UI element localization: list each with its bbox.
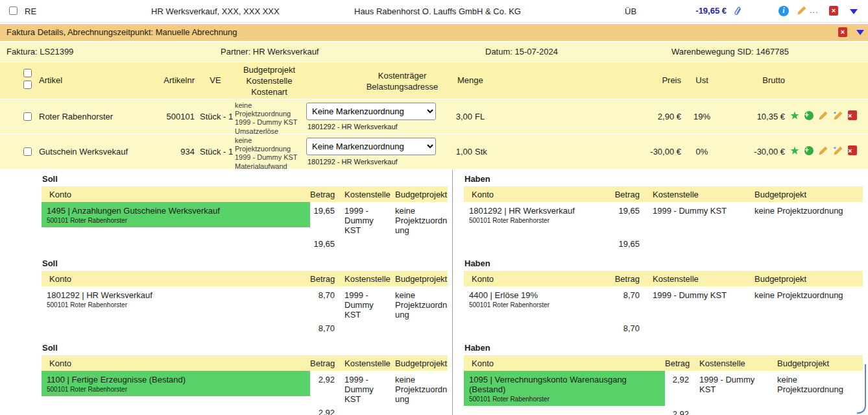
item-quantity: 1,00 (441, 147, 472, 157)
budgetprojekt-value: keine Projektzuordnung (393, 286, 448, 320)
journal-side-title: Haben (464, 170, 863, 186)
more-options-button[interactable]: ... (810, 5, 819, 15)
edit-pencil-icon[interactable] (819, 111, 828, 120)
brutto-header: Brutto (736, 75, 785, 85)
journal-header-row: Konto Betrag Kostenstelle Budgetprojekt (42, 186, 448, 202)
kostenstelle-value: 1999 - Dummy KST (649, 286, 749, 300)
add-circle-icon[interactable]: + (804, 146, 814, 155)
journal-entry-row: 1801292 | HR Werksverkauf 500101 Roter R… (464, 202, 863, 236)
item-budgetprojekt: keine Projektzuordnung (235, 136, 305, 153)
item-brand-area: Keine Markenzuordnung 1801292 - HR Werks… (306, 138, 442, 166)
ve-header: VE (200, 75, 231, 85)
delete-icon[interactable]: × (848, 145, 857, 155)
item-checkbox[interactable] (23, 147, 32, 156)
kostenstelle-header: Kostenstelle (649, 190, 749, 199)
delete-icon[interactable]: × (829, 6, 838, 16)
konto-name: 4400 | Erlöse 19% (469, 290, 608, 300)
kostenstelle-header: Kostenstelle (343, 358, 393, 368)
budgetprojekt-header: Budgetprojekt (393, 274, 448, 284)
betrag-value: 19,65 (310, 202, 343, 216)
budgetprojekt-value: keine Projektzuordnung (772, 371, 863, 394)
journal-sum-row: 19,65 (464, 236, 863, 251)
budgetprojekt-value: keine Projektzuordnung (749, 202, 863, 216)
attachment-paperclip-icon[interactable] (734, 6, 742, 19)
add-circle-icon[interactable]: + (804, 111, 814, 120)
items-table-header: Artikel Artikelnr VE Budgetprojekt Koste… (0, 62, 868, 99)
item-price: 2,90 € (636, 112, 681, 121)
konto-header: Konto (464, 190, 613, 199)
document-checkbox[interactable] (9, 6, 18, 15)
konto-header: Konto (42, 358, 310, 368)
detail-chevron-down-icon[interactable] (856, 30, 864, 35)
item-packaging-unit: Stück - 1 (200, 147, 233, 157)
betrag-header: Betrag (665, 358, 694, 368)
betrag-header: Betrag (613, 274, 649, 284)
kostenstelle-header: Kostenstelle (343, 274, 393, 284)
journal-side-title: Haben (464, 339, 863, 355)
magic-edit-icon[interactable] (833, 146, 843, 155)
journal-block-haben: Haben Konto Betrag Kostenstelle Budgetpr… (464, 170, 863, 251)
invoice-info-row: Faktura: LS21399 Partner: HR Werksverkau… (0, 42, 868, 62)
journal-side-title: Soll (42, 339, 448, 355)
item-name: Gutschein Werksvekauf (39, 147, 128, 157)
sum-value: 19,65 (310, 239, 343, 249)
budgetprojekt-header: Budgetprojekt (749, 274, 863, 284)
journal-block-haben: Haben Konto Betrag Kostenstelle Budgetpr… (464, 255, 863, 336)
item-vat: 0% (686, 147, 717, 157)
kostenstelle-header: Kostenstelle (649, 274, 749, 284)
kostentraeger-header: Kostenträger (328, 70, 477, 81)
status-label: ÜB (625, 6, 636, 16)
edit-pencil-icon[interactable] (797, 6, 806, 17)
document-header-bar: RE HR Werksverkauf, XXX, XXX XXX Haus Ra… (0, 0, 868, 23)
faktura-number: Faktura: LS21399 (6, 42, 73, 62)
detail-title: Faktura Details, Abrechnungszeitpunkt: M… (6, 24, 237, 41)
konto-header: Konto (42, 190, 310, 199)
item-number: 500101 (156, 112, 195, 121)
brand-select[interactable]: Keine Markenzuordnung (306, 138, 436, 155)
chevron-down-icon[interactable] (850, 9, 858, 14)
item-number: 934 (156, 147, 195, 157)
budgetprojekt-value: keine Projektzuordnung (393, 371, 448, 404)
journal-entry-row: 1801292 | HR Werksverkauf 500101 Roter R… (42, 286, 448, 320)
panel-border-fragment (857, 364, 866, 414)
info-icon[interactable]: i (778, 6, 789, 16)
preis-header: Preis (636, 75, 681, 85)
konto-name: 1100 | Fertige Erzeugnisse (Bestand) (47, 375, 305, 384)
favorite-star-icon[interactable] (790, 111, 799, 120)
belastungsadresse-header: Belastungsadresse (328, 81, 477, 92)
select-all-checkbox-2[interactable] (23, 81, 32, 89)
amount-value: -19,65 € (660, 6, 727, 16)
delete-icon[interactable]: × (848, 110, 857, 120)
budgetprojekt-header: Budgetprojekt (231, 64, 307, 75)
favorite-star-icon[interactable] (790, 146, 799, 155)
journal-entry-row: 1495 | Anzahlungen Gutscheine Werksverka… (42, 202, 448, 236)
item-budget-info: keine Projektzuordnung 1999 - Dummy KST … (235, 101, 305, 136)
item-kostenstelle: 1999 - Dummy KST (235, 118, 305, 127)
kostenstelle-header: Kostenstelle (694, 358, 772, 368)
konto-name: 1801292 | HR Werksverkauf (47, 290, 305, 300)
artikelnr-header: Artikelnr (156, 75, 195, 85)
kostenstelle-value: 1999 - Dummy KST (694, 371, 772, 394)
kostenstelle-value: 1999 - Dummy KST (343, 371, 393, 404)
brand-select[interactable]: Keine Markenzuordnung (306, 103, 436, 120)
item-unit: Stk (475, 147, 487, 157)
edit-pencil-icon[interactable] (819, 146, 828, 155)
item-belastungsadresse: 1801292 - HR Werksverkauf (306, 158, 442, 166)
item-gross: 10,35 € (736, 112, 785, 121)
konto-subtext: 500101 Roter Rabenhorster (47, 301, 305, 308)
konto-name: 1095 | Verrechnungskonto Warenausgang (B… (469, 375, 660, 394)
detail-delete-icon[interactable]: × (838, 27, 847, 37)
journal-entry-row: 1100 | Fertige Erzeugnisse (Bestand) 500… (42, 371, 448, 405)
partner-info: Partner: HR Werksverkauf (221, 42, 319, 62)
kostenstelle-value: 1999 - Dummy KST (343, 286, 393, 320)
item-checkbox[interactable] (23, 112, 32, 121)
konto-cell: 4400 | Erlöse 19% 500101 Roter Rabenhors… (464, 286, 613, 312)
konto-cell: 1495 | Anzahlungen Gutscheine Werksverka… (42, 202, 310, 227)
select-all-checkbox[interactable] (23, 69, 32, 77)
betrag-value: 2,92 (665, 371, 694, 384)
budget-group-header: Budgetprojekt Kostenstelle Kostenart (231, 64, 307, 97)
magic-edit-icon[interactable] (833, 111, 843, 120)
konto-name: 1801292 | HR Werksverkauf (469, 206, 608, 216)
konto-subtext: 500101 Roter Rabenhorster (469, 217, 608, 224)
konto-cell: 1801292 | HR Werksverkauf 500101 Roter R… (42, 286, 310, 312)
